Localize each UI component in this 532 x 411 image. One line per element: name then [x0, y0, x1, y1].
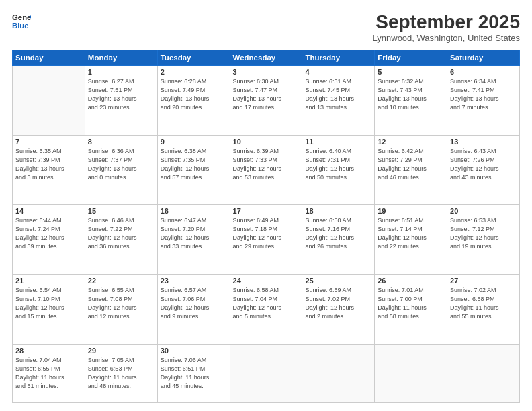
table-row: 23Sunrise: 6:57 AM Sunset: 7:06 PM Dayli…	[157, 275, 230, 345]
day-info: Sunrise: 7:06 AM Sunset: 6:51 PM Dayligh…	[161, 356, 227, 391]
day-number: 23	[161, 277, 227, 285]
col-friday: Friday	[375, 50, 447, 65]
day-info: Sunrise: 7:05 AM Sunset: 6:53 PM Dayligh…	[88, 356, 154, 391]
table-row: 22Sunrise: 6:55 AM Sunset: 7:08 PM Dayli…	[85, 275, 157, 345]
day-info: Sunrise: 6:31 AM Sunset: 7:45 PM Dayligh…	[305, 77, 371, 112]
table-row	[302, 344, 375, 402]
table-row: 1Sunrise: 6:27 AM Sunset: 7:51 PM Daylig…	[85, 65, 157, 135]
day-number: 25	[305, 277, 371, 285]
day-info: Sunrise: 6:54 AM Sunset: 7:10 PM Dayligh…	[15, 286, 82, 321]
table-row	[13, 65, 85, 135]
day-number: 17	[233, 207, 300, 215]
table-row	[230, 344, 302, 402]
table-row: 26Sunrise: 7:01 AM Sunset: 7:00 PM Dayli…	[375, 275, 447, 345]
day-info: Sunrise: 6:50 AM Sunset: 7:16 PM Dayligh…	[305, 216, 371, 251]
table-row: 8Sunrise: 6:36 AM Sunset: 7:37 PM Daylig…	[85, 135, 157, 205]
table-row: 18Sunrise: 6:50 AM Sunset: 7:16 PM Dayli…	[302, 205, 375, 275]
day-info: Sunrise: 6:44 AM Sunset: 7:24 PM Dayligh…	[15, 216, 82, 251]
table-row: 27Sunrise: 7:02 AM Sunset: 6:58 PM Dayli…	[447, 275, 520, 345]
table-row	[375, 344, 447, 402]
day-info: Sunrise: 6:36 AM Sunset: 7:37 PM Dayligh…	[88, 147, 154, 182]
table-row: 16Sunrise: 6:47 AM Sunset: 7:20 PM Dayli…	[157, 205, 230, 275]
table-row: 15Sunrise: 6:46 AM Sunset: 7:22 PM Dayli…	[85, 205, 157, 275]
day-info: Sunrise: 6:34 AM Sunset: 7:41 PM Dayligh…	[450, 77, 517, 112]
day-number: 2	[161, 68, 227, 76]
logo: General Blue	[12, 12, 31, 31]
table-row: 25Sunrise: 6:59 AM Sunset: 7:02 PM Dayli…	[302, 275, 375, 345]
day-info: Sunrise: 6:39 AM Sunset: 7:33 PM Dayligh…	[233, 147, 300, 182]
month-title: September 2025	[373, 12, 520, 33]
day-number: 18	[305, 207, 371, 215]
day-info: Sunrise: 6:47 AM Sunset: 7:20 PM Dayligh…	[161, 216, 227, 251]
location: Lynnwood, Washington, United States	[373, 33, 520, 43]
days-header-row: Sunday Monday Tuesday Wednesday Thursday…	[13, 50, 520, 65]
col-monday: Monday	[85, 50, 157, 65]
calendar-table: Sunday Monday Tuesday Wednesday Thursday…	[12, 50, 520, 403]
day-number: 19	[378, 207, 444, 215]
day-info: Sunrise: 6:51 AM Sunset: 7:14 PM Dayligh…	[378, 216, 444, 251]
table-row: 4Sunrise: 6:31 AM Sunset: 7:45 PM Daylig…	[302, 65, 375, 135]
day-number: 26	[378, 277, 444, 285]
day-number: 20	[450, 207, 517, 215]
day-info: Sunrise: 6:55 AM Sunset: 7:08 PM Dayligh…	[88, 286, 154, 321]
table-row: 24Sunrise: 6:58 AM Sunset: 7:04 PM Dayli…	[230, 275, 302, 345]
day-info: Sunrise: 7:04 AM Sunset: 6:55 PM Dayligh…	[15, 356, 82, 391]
table-row: 20Sunrise: 6:53 AM Sunset: 7:12 PM Dayli…	[447, 205, 520, 275]
day-info: Sunrise: 6:32 AM Sunset: 7:43 PM Dayligh…	[378, 77, 444, 112]
table-row: 12Sunrise: 6:42 AM Sunset: 7:29 PM Dayli…	[375, 135, 447, 205]
logo-icon: General Blue	[12, 12, 31, 31]
day-info: Sunrise: 7:02 AM Sunset: 6:58 PM Dayligh…	[450, 286, 517, 321]
day-number: 10	[233, 138, 300, 146]
col-thursday: Thursday	[302, 50, 375, 65]
header: General Blue September 2025 Lynnwood, Wa…	[12, 12, 520, 43]
day-info: Sunrise: 6:53 AM Sunset: 7:12 PM Dayligh…	[450, 216, 517, 251]
day-info: Sunrise: 6:35 AM Sunset: 7:39 PM Dayligh…	[15, 147, 82, 182]
col-tuesday: Tuesday	[157, 50, 230, 65]
day-number: 28	[15, 347, 82, 355]
day-number: 29	[88, 347, 154, 355]
table-row: 2Sunrise: 6:28 AM Sunset: 7:49 PM Daylig…	[157, 65, 230, 135]
table-row: 29Sunrise: 7:05 AM Sunset: 6:53 PM Dayli…	[85, 344, 157, 402]
svg-text:General: General	[12, 13, 31, 21]
day-info: Sunrise: 6:59 AM Sunset: 7:02 PM Dayligh…	[305, 286, 371, 321]
table-row: 28Sunrise: 7:04 AM Sunset: 6:55 PM Dayli…	[13, 344, 85, 402]
day-number: 14	[15, 207, 82, 215]
day-info: Sunrise: 6:38 AM Sunset: 7:35 PM Dayligh…	[161, 147, 227, 182]
day-number: 3	[233, 68, 300, 76]
table-row: 3Sunrise: 6:30 AM Sunset: 7:47 PM Daylig…	[230, 65, 302, 135]
day-info: Sunrise: 6:57 AM Sunset: 7:06 PM Dayligh…	[161, 286, 227, 321]
day-number: 24	[233, 277, 300, 285]
day-info: Sunrise: 6:49 AM Sunset: 7:18 PM Dayligh…	[233, 216, 300, 251]
day-info: Sunrise: 6:40 AM Sunset: 7:31 PM Dayligh…	[305, 147, 371, 182]
day-number: 6	[450, 68, 517, 76]
table-row: 21Sunrise: 6:54 AM Sunset: 7:10 PM Dayli…	[13, 275, 85, 345]
day-number: 30	[161, 347, 227, 355]
day-info: Sunrise: 7:01 AM Sunset: 7:00 PM Dayligh…	[378, 286, 444, 321]
day-number: 12	[378, 138, 444, 146]
day-number: 9	[161, 138, 227, 146]
day-number: 4	[305, 68, 371, 76]
col-sunday: Sunday	[13, 50, 85, 65]
day-number: 16	[161, 207, 227, 215]
svg-text:Blue: Blue	[12, 21, 29, 30]
day-number: 27	[450, 277, 517, 285]
day-info: Sunrise: 6:27 AM Sunset: 7:51 PM Dayligh…	[88, 77, 154, 112]
table-row	[447, 344, 520, 402]
day-info: Sunrise: 6:58 AM Sunset: 7:04 PM Dayligh…	[233, 286, 300, 321]
table-row: 10Sunrise: 6:39 AM Sunset: 7:33 PM Dayli…	[230, 135, 302, 205]
day-number: 5	[378, 68, 444, 76]
table-row: 6Sunrise: 6:34 AM Sunset: 7:41 PM Daylig…	[447, 65, 520, 135]
day-number: 21	[15, 277, 82, 285]
day-number: 13	[450, 138, 517, 146]
day-info: Sunrise: 6:42 AM Sunset: 7:29 PM Dayligh…	[378, 147, 444, 182]
table-row: 14Sunrise: 6:44 AM Sunset: 7:24 PM Dayli…	[13, 205, 85, 275]
title-block: September 2025 Lynnwood, Washington, Uni…	[373, 12, 520, 43]
table-row: 13Sunrise: 6:43 AM Sunset: 7:26 PM Dayli…	[447, 135, 520, 205]
table-row: 9Sunrise: 6:38 AM Sunset: 7:35 PM Daylig…	[157, 135, 230, 205]
day-info: Sunrise: 6:46 AM Sunset: 7:22 PM Dayligh…	[88, 216, 154, 251]
day-info: Sunrise: 6:28 AM Sunset: 7:49 PM Dayligh…	[161, 77, 227, 112]
table-row: 5Sunrise: 6:32 AM Sunset: 7:43 PM Daylig…	[375, 65, 447, 135]
day-info: Sunrise: 6:43 AM Sunset: 7:26 PM Dayligh…	[450, 147, 517, 182]
day-number: 1	[88, 68, 154, 76]
table-row: 19Sunrise: 6:51 AM Sunset: 7:14 PM Dayli…	[375, 205, 447, 275]
